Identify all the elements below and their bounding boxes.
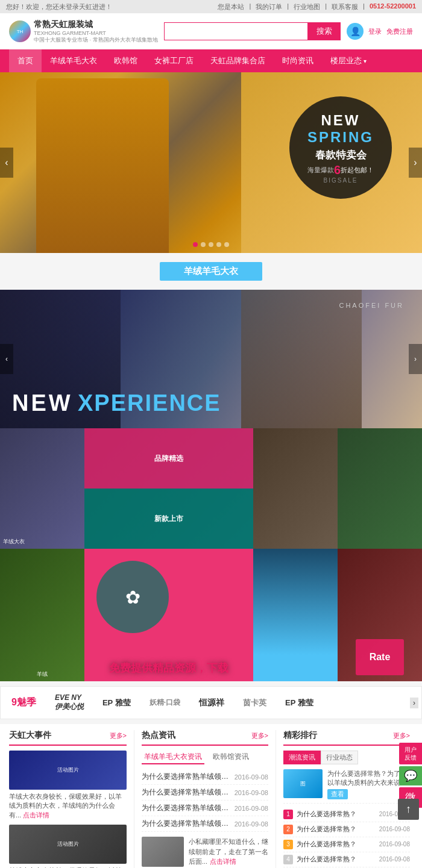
banner-badge: NEW SPRING 春款特卖会 海量爆款 6 折起包邮！ BIGSALE (289, 96, 392, 199)
banner-next-button[interactable]: › (409, 148, 422, 178)
product-images-row: 羊绒 ✿ 免费提供精品资源，下载 Rate (0, 549, 422, 681)
logo-cn-text: 常熟天虹服装城 (34, 19, 158, 30)
rank-tab-industry[interactable]: 行业动态 (321, 751, 358, 764)
wool-banner: NEW XPERIENCE CHAOFEI FUR ‹ › (0, 290, 422, 428)
hot-news-text-0[interactable]: 为什么要选择常熟羊绒领域？ (142, 772, 235, 782)
banner-dot-4[interactable] (216, 242, 221, 247)
search-area: 搜索 (164, 22, 341, 40)
teal-logo-area: ✿ (96, 561, 169, 633)
brand-9moji[interactable]: 9魅季 (7, 696, 41, 709)
brand-hengyuanxiang[interactable]: 恒源祥 (194, 698, 229, 708)
hot-news-date-1: 2016-09-08 (235, 789, 268, 796)
rank-number-1: 1 (283, 810, 293, 819)
top-bar-phone: 0512-52200001 (370, 2, 416, 11)
scroll-to-top-button[interactable]: ↑ (398, 799, 419, 820)
rank-number-4: 4 (283, 855, 293, 864)
wechat-button[interactable]: 💬 (399, 766, 422, 785)
nav-item-floors[interactable]: 楼层业态 ▾ (322, 49, 375, 72)
hot-news-text-1[interactable]: 为什么要选择常熟羊绒领域？ (142, 787, 235, 798)
rank-item-4: 4 为什么要选择常熟？ 2016-09-08 (283, 852, 410, 867)
nav-item-fashion[interactable]: 时尚资讯 (274, 49, 322, 72)
nav-item-korean[interactable]: 欧韩馆 (106, 49, 146, 72)
brand-ep2[interactable]: EP 雅莹 (280, 698, 318, 708)
rank-text-4[interactable]: 为什么要选择常熟？ (297, 855, 376, 864)
brand-ep1[interactable]: EP 雅莹 (98, 698, 136, 708)
wool-next-button[interactable]: › (409, 344, 422, 374)
product-thumb-middle[interactable]: 品牌精选 新款上市 (84, 428, 253, 549)
hot-news-text-2[interactable]: 为什么要选择常熟羊绒领域？ (142, 803, 235, 813)
nav-item-brands[interactable]: 天虹品牌集合店 (202, 49, 274, 72)
logo-en-text: TEXHONG GARMENT-MART (34, 30, 158, 36)
ranking-title: 精彩排行 (283, 730, 317, 741)
header: TH 常熟天虹服装城 TEXHONG GARMENT-MART 中国十大服装专业… (0, 13, 422, 49)
top-bar-link-map[interactable]: 行业地图 (294, 2, 320, 11)
rank-text-3[interactable]: 为什么要选择常熟？ (297, 840, 376, 849)
tianhong-more-button[interactable]: 更多> (110, 731, 127, 740)
banner-dot-2[interactable] (201, 242, 206, 247)
ranking-title-row: 精彩排行 更多> (283, 730, 410, 746)
top-bar-link-contact[interactable]: 联系客服 (332, 2, 358, 11)
product-item-3[interactable] (253, 549, 338, 681)
ranking-top-image: 图 (283, 769, 323, 798)
banner-dot-5[interactable] (224, 242, 229, 247)
banner-dot-1[interactable] (193, 242, 198, 247)
banner-spring-text: SPRING (307, 129, 374, 146)
rank-item-2: 2 为什么要选择常熟？ 2016-09-08 (283, 822, 410, 837)
product-thumb-1[interactable]: 羊绒大衣 (0, 428, 84, 549)
hot-news-text-3[interactable]: 为什么要选择常熟羊绒领域？ (142, 819, 235, 829)
top-bar-greeting: 您好！欢迎，您还未登录天虹进进！ (6, 2, 112, 11)
rank-date-4: 2016-09-08 (379, 856, 410, 863)
tianhong-col-title: 天虹大事件 更多> (9, 730, 127, 746)
product-label-1: 羊绒大衣 (3, 538, 25, 546)
nav-item-home[interactable]: 首页 (9, 49, 42, 72)
rate-button[interactable]: Rate (356, 639, 404, 675)
rank-tab-trend[interactable]: 潮流资讯 (283, 751, 321, 764)
ranking-view-button[interactable]: 查看 (327, 789, 348, 799)
hot-news-more-button[interactable]: 更多> (251, 731, 268, 740)
brand-yinkayin[interactable]: 茵卡英 (238, 698, 271, 708)
nav-item-wool[interactable]: 羊绒羊毛大衣 (42, 49, 106, 72)
hot-news-item-0: 为什么要选择常熟羊绒领域？ 2016-09-08 (142, 769, 268, 785)
product-thumb-2[interactable] (253, 428, 338, 549)
wool-prev-button[interactable]: ‹ (0, 344, 13, 374)
wool-new-text: NEW (12, 390, 73, 416)
product-item-2-overlay[interactable]: ✿ 免费提供精品资源，下载 (84, 549, 253, 681)
tianhong-img-1[interactable]: 活动图片 (9, 751, 127, 790)
ranking-more-button[interactable]: 更多> (393, 731, 410, 740)
logo-subtitle: 中国十大服装专业市场 · 常熟国内外大衣羊绒集散地 (34, 36, 158, 44)
tianhong-title: 天虹大事件 (9, 730, 51, 741)
login-button[interactable]: 登录 (368, 27, 382, 36)
search-input[interactable] (164, 22, 308, 40)
logo-text: 常熟天虹服装城 TEXHONG GARMENT-MART 中国十大服装专业市场 … (34, 19, 158, 44)
rank-date-3: 2016-09-08 (379, 841, 410, 848)
brand-bar: 9魅季 EVE NY伊美心悦 EP 雅莹 妖精·口袋 恒源祥 茵卡英 EP 雅莹… (0, 686, 422, 719)
banner-prev-button[interactable]: ‹ (0, 148, 13, 178)
nav-item-pants[interactable]: 女裤工厂店 (146, 49, 202, 72)
brand-yaojing[interactable]: 妖精·口袋 (145, 698, 185, 708)
user-feedback-button[interactable]: 用户 反馈 (399, 743, 422, 764)
hot-news-img-item: 小私藏哪里不知道什么，继续朝前走了，走在了第一名后面... 点击详情 (142, 837, 268, 868)
product-thumb-3[interactable] (338, 428, 422, 549)
tianhong-link-1[interactable]: 点击详情 (23, 811, 49, 819)
product-item-4[interactable]: Rate (338, 549, 422, 681)
brand-next-icon[interactable]: › (410, 698, 418, 708)
hot-news-img-link[interactable]: 点击详情 (210, 858, 236, 865)
wool-section-title-bar: 羊绒羊毛大衣 (0, 253, 422, 290)
register-button[interactable]: 免费注册 (386, 27, 413, 36)
rank-text-1[interactable]: 为什么要选择常熟？ (297, 810, 376, 819)
main-banner: NEW SPRING 春款特卖会 海量爆款 6 折起包邮！ BIGSALE ‹ … (0, 72, 422, 253)
news-section: 天虹大事件 更多> 活动图片 羊绒大衣衣身较长，保暖效果好，以羊绒为质料的大衣，… (0, 724, 422, 868)
hot-news-col: 热点资讯 更多> 羊绒羊毛大衣资讯 欧韩馆资讯 为什么要选择常熟羊绒领域？ 20… (142, 730, 268, 868)
product-item-1[interactable]: 羊绒 (0, 549, 84, 681)
top-bar-link-account[interactable]: 您是本站 (218, 2, 244, 11)
top-bar-link-orders[interactable]: 我的订单 (256, 2, 282, 11)
product-overlay-pink: 品牌精选 (84, 428, 253, 489)
rank-text-2[interactable]: 为什么要选择常熟？ (297, 825, 376, 834)
search-button[interactable]: 搜索 (308, 22, 341, 40)
hot-tab-wool[interactable]: 羊绒羊毛大衣资讯 (142, 751, 204, 764)
hot-news-date-2: 2016-09-08 (235, 805, 268, 812)
brand-eveny[interactable]: EVE NY伊美心悦 (50, 693, 89, 712)
hot-tab-korean[interactable]: 欧韩馆资讯 (210, 751, 251, 764)
tianhong-img-2[interactable]: 活动图片 (9, 825, 127, 864)
banner-dot-3[interactable] (209, 242, 213, 247)
